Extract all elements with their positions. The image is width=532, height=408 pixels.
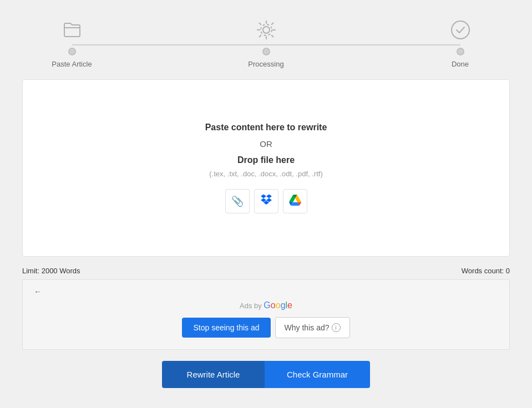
drop-file-text: Drop file here bbox=[237, 155, 295, 165]
ad-section: ← Ads by Google Stop seeing this ad Why … bbox=[22, 279, 510, 350]
or-text: OR bbox=[260, 139, 272, 149]
bottom-buttons: Rewrite Article Check Grammar bbox=[0, 350, 532, 394]
stop-seeing-ad-button[interactable]: Stop seeing this ad bbox=[182, 318, 270, 338]
ads-by-google-label: Ads by Google bbox=[34, 300, 498, 310]
attach-file-button[interactable]: 📎 bbox=[225, 189, 250, 213]
google-drive-button[interactable] bbox=[283, 189, 307, 213]
word-count-label: Words count: 0 bbox=[462, 267, 510, 275]
step-processing: Processing bbox=[233, 17, 300, 68]
paperclip-icon: 📎 bbox=[231, 195, 244, 207]
step-done: Done bbox=[427, 17, 494, 68]
step-dot-2 bbox=[262, 48, 270, 55]
dropbox-button[interactable] bbox=[254, 189, 278, 213]
upload-icons-group: 📎 bbox=[225, 189, 307, 213]
step-dot-3 bbox=[457, 48, 464, 55]
dropbox-icon bbox=[260, 194, 272, 209]
ad-controls: Stop seeing this ad Why this ad? i bbox=[34, 317, 498, 338]
google-drive-icon bbox=[289, 194, 301, 209]
word-limit-label: Limit: 2000 Words bbox=[22, 267, 80, 275]
info-icon: i bbox=[332, 323, 341, 332]
check-grammar-button[interactable]: Check Grammar bbox=[265, 361, 370, 388]
google-brand-text: Google bbox=[264, 300, 292, 310]
stepper: Paste Article Processing bbox=[39, 17, 494, 68]
folder-icon bbox=[59, 17, 85, 43]
svg-point-2 bbox=[452, 21, 469, 39]
word-count-bar: Limit: 2000 Words Words count: 0 bbox=[0, 262, 532, 279]
step-label-2: Processing bbox=[248, 60, 283, 68]
file-types-text: (.tex, .txt, .doc, .docx, .odt, .pdf, .r… bbox=[209, 170, 322, 178]
check-icon bbox=[447, 17, 474, 43]
svg-point-0 bbox=[263, 27, 270, 33]
ad-back-arrow[interactable]: ← bbox=[34, 287, 42, 296]
why-this-ad-label: Why this ad? bbox=[285, 323, 330, 332]
why-this-ad-button[interactable]: Why this ad? i bbox=[275, 317, 350, 338]
step-paste-article: Paste Article bbox=[39, 17, 105, 68]
stepper-section: Paste Article Processing bbox=[0, 0, 532, 79]
rewrite-article-button[interactable]: Rewrite Article bbox=[162, 361, 265, 388]
gear-icon bbox=[253, 17, 280, 43]
page-wrapper: Paste Article Processing bbox=[0, 0, 532, 408]
paste-content-text: Paste content here to rewrite bbox=[205, 123, 327, 132]
step-label-1: Paste Article bbox=[52, 60, 92, 68]
content-drop-area[interactable]: Paste content here to rewrite OR Drop fi… bbox=[22, 79, 510, 257]
step-dot-1 bbox=[68, 48, 76, 55]
step-label-3: Done bbox=[452, 60, 469, 68]
